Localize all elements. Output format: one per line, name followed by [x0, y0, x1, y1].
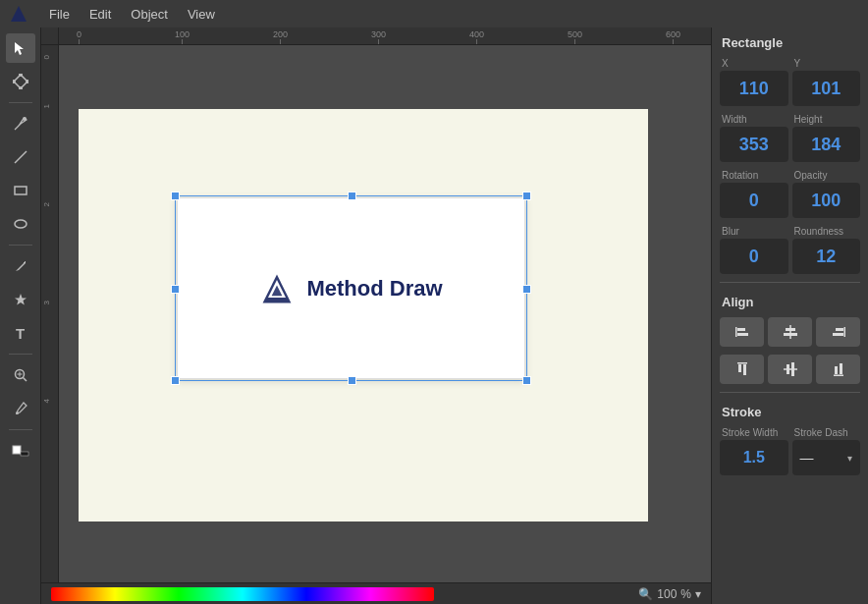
zoom-icon: 🔍 [638, 587, 653, 601]
opacity-label: Opacity [792, 170, 861, 181]
width-value[interactable]: 353 [720, 127, 788, 162]
y-label: Y [792, 58, 861, 69]
main-area: T 0 [0, 27, 868, 604]
menu-edit[interactable]: Edit [81, 5, 119, 24]
svg-point-10 [15, 220, 27, 228]
tool-divider-4 [9, 429, 32, 430]
width-label: Width [720, 114, 788, 125]
menubar: File Edit Object View [0, 0, 868, 27]
svg-marker-2 [14, 75, 27, 88]
align-title: Align [712, 287, 868, 313]
roundness-value[interactable]: 12 [792, 239, 861, 274]
align-top-button[interactable] [720, 355, 764, 384]
ruler-vertical: 0 1 2 3 4 [41, 45, 59, 582]
ruler-mark-400: 400 [469, 29, 484, 44]
rotation-field: Rotation 0 [720, 170, 788, 218]
blur-label: Blur [720, 226, 788, 237]
canvas-background[interactable]: Method Draw [59, 45, 711, 582]
align-left-button[interactable] [720, 317, 764, 347]
svg-rect-40 [840, 363, 842, 374]
node-tool[interactable] [6, 67, 35, 96]
menu-file[interactable]: File [41, 5, 78, 24]
svg-rect-27 [786, 328, 795, 331]
panel-divider-2 [720, 392, 860, 393]
svg-rect-37 [791, 362, 794, 376]
rect-tool[interactable] [6, 176, 35, 205]
stroke-dash-dropdown[interactable]: ▾ [847, 453, 852, 464]
align-bottom-button[interactable] [816, 355, 860, 384]
app-logo [8, 3, 29, 25]
svg-rect-18 [13, 446, 21, 454]
tool-divider-2 [9, 245, 32, 246]
ruler-marks-h: 0 100 200 300 [77, 27, 711, 44]
menu-object[interactable]: Object [123, 5, 176, 24]
pencil-tool[interactable] [6, 251, 35, 281]
stroke-dash-label: Stroke Dash [792, 427, 861, 438]
svg-rect-31 [833, 333, 843, 336]
align-right-button[interactable] [816, 317, 860, 347]
svg-rect-29 [843, 327, 845, 337]
svg-marker-0 [11, 6, 27, 22]
stroke-dash-line: — [800, 450, 814, 466]
left-toolbar: T [0, 27, 41, 604]
blur-value[interactable]: 0 [720, 239, 788, 274]
panel-divider-1 [720, 282, 860, 283]
svg-rect-28 [784, 333, 797, 336]
ellipse-tool[interactable] [6, 209, 35, 239]
y-field: Y 101 [792, 58, 861, 106]
rect-content: Method Draw [259, 271, 442, 306]
svg-rect-35 [784, 368, 797, 370]
wh-grid: Width 353 Height 184 [712, 110, 868, 166]
align-center-v-button[interactable] [768, 355, 812, 384]
height-value[interactable]: 184 [792, 127, 861, 162]
width-field: Width 353 [720, 114, 788, 162]
y-value[interactable]: 101 [792, 71, 861, 106]
svg-rect-25 [737, 333, 748, 336]
stroke-dash-value[interactable]: — ▾ [792, 440, 861, 475]
zoom-tool[interactable] [6, 360, 35, 390]
menu-view[interactable]: View [180, 5, 223, 24]
stroke-width-field: Stroke Width 1.5 [720, 427, 788, 475]
panel-title: Rectangle [712, 27, 868, 54]
tool-divider-1 [9, 102, 32, 103]
right-panel: Rectangle X 110 Y 101 Width 353 Height 1… [711, 27, 868, 604]
svg-rect-36 [787, 364, 789, 374]
star-tool[interactable] [6, 285, 35, 314]
height-label: Height [792, 114, 861, 125]
svg-line-8 [15, 151, 27, 163]
blur-round-grid: Blur 0 Roundness 12 [712, 222, 868, 278]
ruler-mark-500: 500 [568, 29, 582, 44]
svg-marker-1 [15, 42, 24, 55]
svg-rect-26 [789, 325, 791, 339]
svg-point-17 [16, 412, 19, 414]
opacity-value[interactable]: 100 [792, 183, 861, 218]
color-palette-bar[interactable] [51, 587, 434, 601]
x-value[interactable]: 110 [720, 71, 788, 106]
roundness-field: Roundness 12 [792, 226, 861, 274]
rotation-value[interactable]: 0 [720, 183, 788, 218]
text-tool[interactable]: T [6, 318, 35, 348]
opacity-field: Opacity 100 [792, 170, 861, 218]
ruler-mark-0: 0 [77, 29, 81, 44]
stroke-width-value[interactable]: 1.5 [720, 440, 788, 475]
stroke-title: Stroke [712, 397, 868, 423]
canvas-page: Method Draw [79, 109, 648, 522]
canvas-with-ruler: 0 1 2 3 4 [41, 45, 711, 582]
stroke-width-label: Stroke Width [720, 427, 788, 438]
zoom-display: 🔍 100 % ▾ [638, 587, 701, 601]
ruler-mark-100: 100 [175, 29, 190, 44]
rotation-label: Rotation [720, 170, 788, 181]
blur-field: Blur 0 [720, 226, 788, 274]
x-field: X 110 [720, 58, 788, 106]
eyedropper-tool[interactable] [6, 394, 35, 423]
align-center-h-button[interactable] [768, 317, 812, 347]
svg-line-14 [23, 378, 27, 382]
fill-tool[interactable] [6, 436, 35, 466]
pen-tool[interactable] [6, 109, 35, 138]
svg-rect-33 [738, 364, 741, 372]
rect-object[interactable]: Method Draw [177, 197, 525, 379]
zoom-dropdown-icon[interactable]: ▾ [695, 587, 701, 601]
select-tool[interactable] [6, 33, 35, 63]
ruler-mark-600: 600 [666, 29, 680, 44]
line-tool[interactable] [6, 142, 35, 172]
